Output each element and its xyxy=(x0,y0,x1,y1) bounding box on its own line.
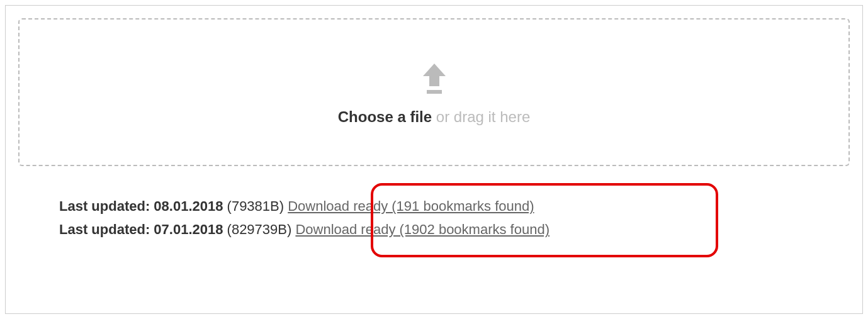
svg-rect-0 xyxy=(427,90,442,94)
drag-hint-label: or drag it here xyxy=(432,108,530,125)
status-row: Last updated: 08.01.2018 (79381B) Downlo… xyxy=(59,194,850,218)
download-link[interactable]: Download ready (191 bookmarks found) xyxy=(288,198,534,214)
status-size: (79381B) xyxy=(223,198,288,214)
last-updated-label: Last updated: xyxy=(59,198,154,214)
status-date: 08.01.2018 xyxy=(154,198,223,214)
last-updated-label: Last updated: xyxy=(59,221,154,237)
status-section: Last updated: 08.01.2018 (79381B) Downlo… xyxy=(18,194,850,242)
status-size: (829739B) xyxy=(223,221,295,237)
choose-file-label: Choose a file xyxy=(338,108,432,125)
download-link[interactable]: Download ready (1902 bookmarks found) xyxy=(295,221,550,237)
dropzone-text: Choose a file or drag it here xyxy=(338,108,530,126)
file-dropzone[interactable]: Choose a file or drag it here xyxy=(18,18,850,166)
status-date: 07.01.2018 xyxy=(154,221,223,237)
main-panel: Choose a file or drag it here Last updat… xyxy=(5,5,863,314)
upload-icon xyxy=(415,59,453,99)
status-row: Last updated: 07.01.2018 (829739B) Downl… xyxy=(59,218,850,241)
